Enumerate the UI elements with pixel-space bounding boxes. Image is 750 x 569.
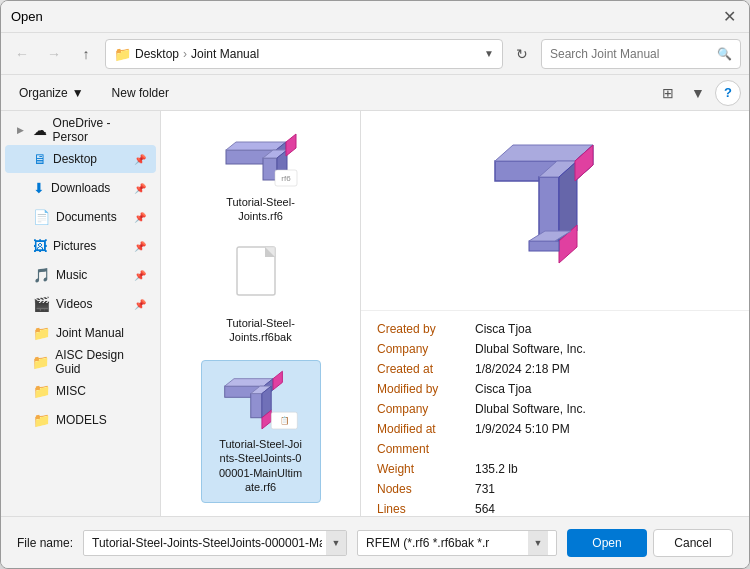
back-button[interactable]: ← <box>9 41 35 67</box>
file-icon-1: rf6 <box>221 127 301 191</box>
filename-dropdown-button[interactable]: ▼ <box>326 531 346 555</box>
search-icon: 🔍 <box>717 47 732 61</box>
music-icon: 🎵 <box>33 267 50 283</box>
search-box[interactable]: 🔍 <box>541 39 741 69</box>
refresh-button[interactable]: ↻ <box>509 41 535 67</box>
sidebar-item-aisc[interactable]: 📁 AISC Design Guid <box>5 348 156 376</box>
filename-label: File name: <box>17 536 73 550</box>
meta-row-0: Created by Cisca Tjoa <box>377 319 733 339</box>
organize-button[interactable]: Organize ▼ <box>9 80 94 106</box>
meta-label-6: Comment <box>377 442 467 456</box>
sidebar-item-pictures[interactable]: 🖼 Pictures 📌 <box>5 232 156 260</box>
action-buttons: Open Cancel <box>567 529 733 557</box>
pin-icon: 📌 <box>134 183 146 194</box>
search-input[interactable] <box>550 47 713 61</box>
file-name-3: Tutorial-Steel-Joints-SteelJoints-000001… <box>219 437 302 494</box>
sidebar-label: MISC <box>56 384 86 398</box>
folder-icon: 📁 <box>33 325 50 341</box>
cancel-button[interactable]: Cancel <box>653 529 733 557</box>
sidebar-item-joint-manual[interactable]: 📁 Joint Manual <box>5 319 156 347</box>
file-item-1[interactable]: rf6 Tutorial-Steel-Joints.rf6 <box>201 119 321 232</box>
onedrive-icon: ☁ <box>33 122 47 138</box>
sidebar-item-downloads[interactable]: ⬇ Downloads 📌 <box>5 174 156 202</box>
videos-icon: 🎬 <box>33 296 50 312</box>
new-folder-button[interactable]: New folder <box>102 80 179 106</box>
pictures-icon: 🖼 <box>33 238 47 254</box>
file-icon-3: 📋 <box>221 369 301 433</box>
meta-label-9: Lines <box>377 502 467 516</box>
breadcrumb[interactable]: 📁 Desktop › Joint Manual ▼ <box>105 39 503 69</box>
window-controls: ✕ <box>719 7 739 27</box>
meta-row-8: Nodes 731 <box>377 479 733 499</box>
folder-icon: 📁 <box>33 412 50 428</box>
meta-row-6: Comment <box>377 439 733 459</box>
meta-row-4: Company Dlubal Software, Inc. <box>377 399 733 419</box>
main-content: ▶ ☁ OneDrive - Persor 🖥 Desktop 📌 ⬇ Down… <box>1 111 749 516</box>
filetype-select[interactable]: RFEM (*.rf6 *.rf6bak *.r ▼ <box>357 530 557 556</box>
meta-value-8: 731 <box>475 482 733 496</box>
sidebar-item-documents[interactable]: 📄 Documents 📌 <box>5 203 156 231</box>
svg-text:📋: 📋 <box>279 417 289 426</box>
sidebar-label: OneDrive - Persor <box>53 116 146 144</box>
meta-label-2: Created at <box>377 362 467 376</box>
svg-text:rf6: rf6 <box>281 174 291 183</box>
svg-rect-15 <box>250 394 261 418</box>
file-item-3[interactable]: 📋 Tutorial-Steel-Joints-SteelJoints-0000… <box>201 360 321 503</box>
meta-value-7: 135.2 lb <box>475 462 733 476</box>
sidebar: ▶ ☁ OneDrive - Persor 🖥 Desktop 📌 ⬇ Down… <box>1 111 161 516</box>
up-button[interactable]: ↑ <box>73 41 99 67</box>
sidebar-label: MODELS <box>56 413 107 427</box>
file-item-2[interactable]: Tutorial-Steel-Joints.rf6bak <box>201 240 321 353</box>
view-button[interactable]: ⊞ <box>655 80 681 106</box>
meta-value-6 <box>475 442 733 456</box>
bottom-bar: File name: ▼ RFEM (*.rf6 *.rf6bak *.r ▼ … <box>1 516 749 568</box>
forward-button[interactable]: → <box>41 41 67 67</box>
open-button[interactable]: Open <box>567 529 647 557</box>
address-bar: ← → ↑ 📁 Desktop › Joint Manual ▼ ↻ 🔍 <box>1 33 749 75</box>
filename-input[interactable] <box>83 530 347 556</box>
sidebar-label: AISC Design Guid <box>55 348 146 376</box>
desktop-icon: 🖥 <box>33 151 47 167</box>
filetype-dropdown-button[interactable]: ▼ <box>528 531 548 555</box>
pin-icon: 📌 <box>134 299 146 310</box>
help-button[interactable]: ? <box>715 80 741 106</box>
folder-icon: 📁 <box>114 46 131 62</box>
sidebar-item-onedrive[interactable]: ▶ ☁ OneDrive - Persor <box>5 116 156 144</box>
breadcrumb-dropdown[interactable]: ▼ <box>484 48 494 59</box>
sidebar-item-models[interactable]: 📁 MODELS <box>5 406 156 434</box>
documents-icon: 📄 <box>33 209 50 225</box>
sidebar-label: Desktop <box>53 152 97 166</box>
sidebar-item-misc[interactable]: 📁 MISC <box>5 377 156 405</box>
breadcrumb-desktop: Desktop <box>135 47 179 61</box>
folder-icon: 📁 <box>33 383 50 399</box>
meta-row-3: Modified by Cisca Tjoa <box>377 379 733 399</box>
metadata: Created by Cisca Tjoa Company Dlubal Sof… <box>361 311 749 516</box>
meta-row-9: Lines 564 <box>377 499 733 516</box>
view-options-button[interactable]: ▼ <box>685 80 711 106</box>
sidebar-label: Videos <box>56 297 92 311</box>
breadcrumb-joint-manual: Joint Manual <box>191 47 259 61</box>
meta-value-9: 564 <box>475 502 733 516</box>
meta-value-3: Cisca Tjoa <box>475 382 733 396</box>
meta-value-4: Dlubal Software, Inc. <box>475 402 733 416</box>
sidebar-label: Downloads <box>51 181 110 195</box>
title-bar: Open ✕ <box>1 1 749 33</box>
meta-row-1: Company Dlubal Software, Inc. <box>377 339 733 359</box>
meta-label-8: Nodes <box>377 482 467 496</box>
expand-icon: ▶ <box>15 124 27 136</box>
sidebar-label: Joint Manual <box>56 326 124 340</box>
meta-value-2: 1/8/2024 2:18 PM <box>475 362 733 376</box>
preview-image <box>361 111 749 311</box>
sidebar-item-desktop[interactable]: 🖥 Desktop 📌 <box>5 145 156 173</box>
sidebar-item-videos[interactable]: 🎬 Videos 📌 <box>5 290 156 318</box>
meta-row-2: Created at 1/8/2024 2:18 PM <box>377 359 733 379</box>
pin-icon: 📌 <box>134 241 146 252</box>
sidebar-item-music[interactable]: 🎵 Music 📌 <box>5 261 156 289</box>
meta-label-3: Modified by <box>377 382 467 396</box>
svg-marker-18 <box>273 371 282 390</box>
close-button[interactable]: ✕ <box>719 7 739 27</box>
meta-value-5: 1/9/2024 5:10 PM <box>475 422 733 436</box>
downloads-icon: ⬇ <box>33 180 45 196</box>
sidebar-label: Music <box>56 268 87 282</box>
toolbar: Organize ▼ New folder ⊞ ▼ ? <box>1 75 749 111</box>
